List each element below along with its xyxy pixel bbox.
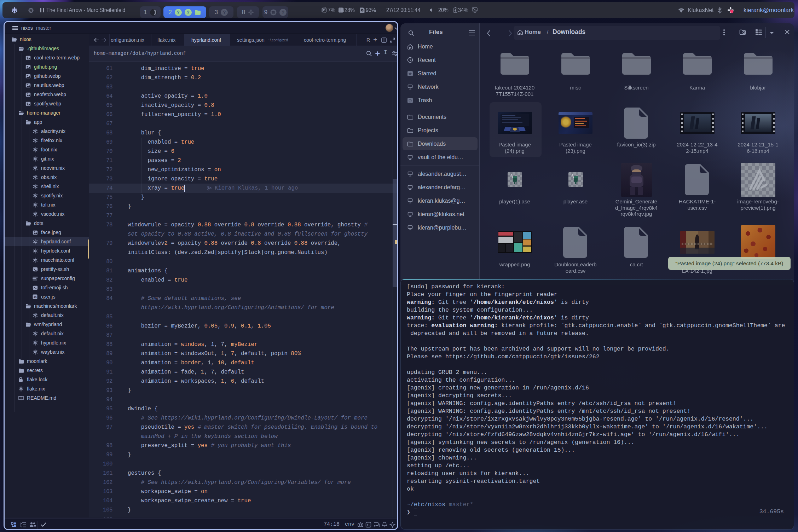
svg-text:JS: JS <box>33 296 36 299</box>
